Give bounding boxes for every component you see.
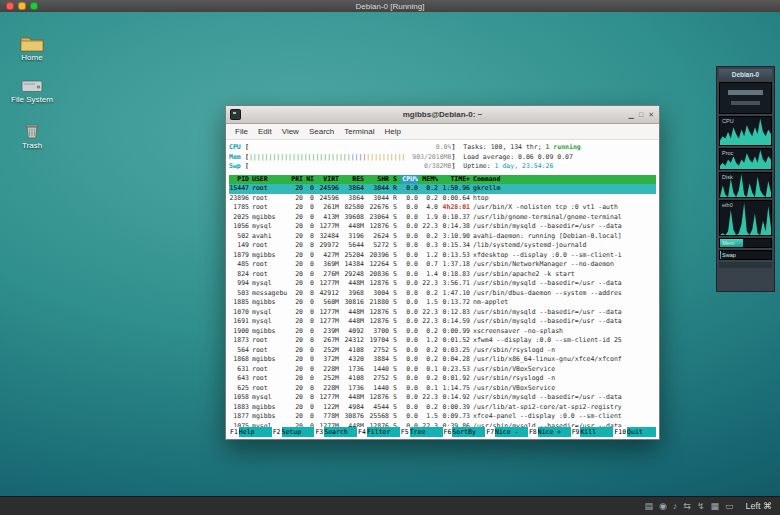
process-row[interactable]: 1883mgibbs200122M49844544S0.00.20:00.39/… (229, 403, 656, 413)
process-row[interactable]: 1900mgibbs200239M40923700S0.00.20:00.99x… (229, 327, 656, 337)
process-row[interactable]: 1873root200267M2431219704S0.01.20:01.52x… (229, 336, 656, 346)
swp-meter-value: 0/382MB (424, 162, 451, 172)
gkrellm-chart-proc: Proc (719, 148, 772, 170)
gkrellm-meter-mem: Mem (719, 238, 772, 248)
vm-titlebar: Debian-0 [Running] (0, 0, 780, 12)
menu-search[interactable]: Search (304, 127, 339, 136)
zoom-window-button[interactable] (30, 2, 38, 10)
minimize-window-button[interactable] (18, 2, 26, 10)
htop-table: PIDUSERPRINIVIRTRESSHRSCPU%MEM%TIME+Comm… (229, 175, 656, 428)
process-row[interactable]: 15447root2002459638643044R0.00.21:50.96g… (229, 184, 656, 194)
menu-file[interactable]: File (230, 127, 253, 136)
load-average-line: Load average: 0.06 0.09 0.07 (463, 153, 656, 163)
fkey-f10[interactable]: F10Quit (613, 427, 656, 437)
display-icon[interactable]: ▭ (725, 497, 734, 515)
process-row[interactable]: 1879mgibbs200427M2520420396S0.01.20:13.5… (229, 251, 656, 261)
menu-help[interactable]: Help (379, 127, 405, 136)
usb-icon[interactable]: ↯ (697, 497, 705, 515)
gkrellm-panel: Debian-0 CPUProcDisketh0 MemSwap (716, 66, 775, 292)
cpu-meter-label: CPU (229, 143, 245, 153)
process-row[interactable]: 23896root2002459638643044R0.00.20:00.64h… (229, 194, 656, 204)
mem-meter: Mem[||||||||||||||||||||||||||||||||||||… (229, 153, 455, 163)
htop-fkeys: F1HelpF2SetupF3SearchF4FilterF5TreeF6Sor… (229, 427, 656, 437)
process-row[interactable]: 1056mysql2001277M448M12876S0.022.30:14.3… (229, 222, 656, 232)
maximize-button[interactable]: □ (639, 111, 643, 119)
gkrellm-meters: MemSwap (719, 238, 772, 260)
process-row[interactable]: 631root200228M17361440S0.00.10:23.53/usr… (229, 365, 656, 375)
fkey-f6[interactable]: F6SortBy (443, 427, 486, 437)
terminal-icon (230, 109, 241, 120)
menu-view[interactable]: View (277, 127, 304, 136)
window-controls (0, 2, 38, 10)
menu-edit[interactable]: Edit (253, 127, 277, 136)
htop-screen: CPU[0.0%] Mem[||||||||||||||||||||||||||… (226, 140, 659, 439)
host-key-indicator: Left ⌘ (745, 501, 780, 511)
drive-icon (8, 78, 56, 94)
fkey-f3[interactable]: F3Search (314, 427, 357, 437)
fkey-f8[interactable]: F8Nice + (528, 427, 571, 437)
home-folder-icon (8, 34, 56, 52)
vm-window-title: Debian-0 [Running] (0, 2, 780, 11)
shared-folders-icon[interactable]: ▦ (710, 497, 719, 515)
process-row[interactable]: 625root200228M17361440S0.00.11:14.75/usr… (229, 384, 656, 394)
fkey-f4[interactable]: F4Filter (357, 427, 400, 437)
desktop-icon-file-system[interactable]: File System (8, 78, 56, 104)
fkey-f7[interactable]: F7Nice - (485, 427, 528, 437)
process-row[interactable]: 149root2002997256445272S0.00.30:15.34/li… (229, 241, 656, 251)
htop-header-row[interactable]: PIDUSERPRINIVIRTRESSHRSCPU%MEM%TIME+Comm… (229, 175, 656, 185)
uptime-value: 1 day, 23:54:26 (495, 162, 554, 170)
process-row[interactable]: 1070mysql2001277M448M12876S0.022.30:12.8… (229, 308, 656, 318)
optical-icon[interactable]: ◉ (659, 497, 667, 515)
process-row[interactable]: 1785root200261M8258022676S0.04.04h28:01/… (229, 203, 656, 213)
htop-summary: Tasks: 100, 134 thr; 1 running Load aver… (455, 143, 656, 172)
process-row[interactable]: 1058mysql2001277M448M12876S0.022.30:14.9… (229, 393, 656, 403)
process-row[interactable]: 994mysql2001277M448M12876S0.022.33:56.71… (229, 279, 656, 289)
process-row[interactable]: 1885mgibbs200560M3081621880S0.01.50:13.7… (229, 298, 656, 308)
fkey-f5[interactable]: F5Tree (400, 427, 443, 437)
tasks-running: 1 running (545, 143, 580, 151)
fkey-f9[interactable]: F9Kill (571, 427, 614, 437)
minimize-button[interactable]: ▁ (629, 111, 634, 119)
trash-icon (8, 122, 56, 140)
process-row[interactable]: 2025mgibbs200413M3960823064S0.01.90:10.3… (229, 213, 656, 223)
gkrellm-footer (719, 262, 772, 268)
process-row[interactable]: 502avahi2003248431962624S0.00.23:10.90av… (229, 232, 656, 242)
desktop-icon-trash[interactable]: Trash (8, 122, 56, 150)
terminal-window-buttons: ▁ □ ✕ (629, 111, 660, 119)
swp-meter: Swp[0/382MB] (229, 162, 455, 172)
gkrellm-chart-disk: Disk (719, 172, 772, 198)
htop-header-area: CPU[0.0%] Mem[||||||||||||||||||||||||||… (229, 143, 656, 172)
desktop-icon-label: File System (8, 95, 56, 104)
gkrellm-chart-cpu: CPU (719, 116, 772, 146)
statusbar-icons: ▤◉♪⇆↯▦▭ (644, 497, 745, 515)
mem-meter-bar: |||||||||||||||||||||||||||||||||||||||| (249, 153, 412, 163)
process-row[interactable]: 485root200369M1438412264S0.00.71:37.18/u… (229, 260, 656, 270)
process-row[interactable]: 643root200252M41082752S0.00.20:01.92/usr… (229, 374, 656, 384)
terminal-titlebar[interactable]: mgibbs@Debian-0: ~ ▁ □ ✕ (226, 106, 659, 124)
process-row[interactable]: 824root200276M2924820836S0.01.40:18.83/u… (229, 270, 656, 280)
process-row[interactable]: 503messagebu2004291239683004S0.00.21:47.… (229, 289, 656, 299)
htop-meters: CPU[0.0%] Mem[||||||||||||||||||||||||||… (229, 143, 455, 172)
hdd-icon[interactable]: ▤ (644, 497, 653, 515)
desktop-icon-label: Trash (8, 141, 56, 150)
fkey-f1[interactable]: F1Help (229, 427, 272, 437)
mem-meter-value: 903/2010MB (412, 153, 451, 163)
fkey-f2[interactable]: F2Setup (272, 427, 315, 437)
desktop-icon-home[interactable]: Home (8, 34, 56, 62)
gkrellm-chart-eth0: eth0 (719, 200, 772, 236)
terminal-menubar: FileEditViewSearchTerminalHelp (226, 124, 659, 140)
process-row[interactable]: 1691mysql2001277M448M12876S0.022.30:14.5… (229, 317, 656, 327)
swp-meter-bar (249, 162, 424, 172)
menu-terminal[interactable]: Terminal (339, 127, 379, 136)
audio-icon[interactable]: ♪ (673, 497, 678, 515)
cpu-meter: CPU[0.0%] (229, 143, 455, 153)
process-row[interactable]: 564root200252M41082752S0.00.20:03.25/usr… (229, 346, 656, 356)
close-window-button[interactable] (6, 2, 14, 10)
process-row[interactable]: 1877mgibbs200778M3087625568S0.01.50:09.7… (229, 412, 656, 422)
uptime-line: Uptime: 1 day, 23:54:26 (463, 162, 656, 172)
network-icon[interactable]: ⇆ (683, 497, 691, 515)
process-row[interactable]: 1868mgibbs200372M43203884S0.00.20:04.28/… (229, 355, 656, 365)
gkrellm-charts: CPUProcDisketh0 (719, 116, 772, 236)
terminal-title: mgibbs@Debian-0: ~ (226, 110, 659, 119)
close-button[interactable]: ✕ (648, 111, 654, 119)
